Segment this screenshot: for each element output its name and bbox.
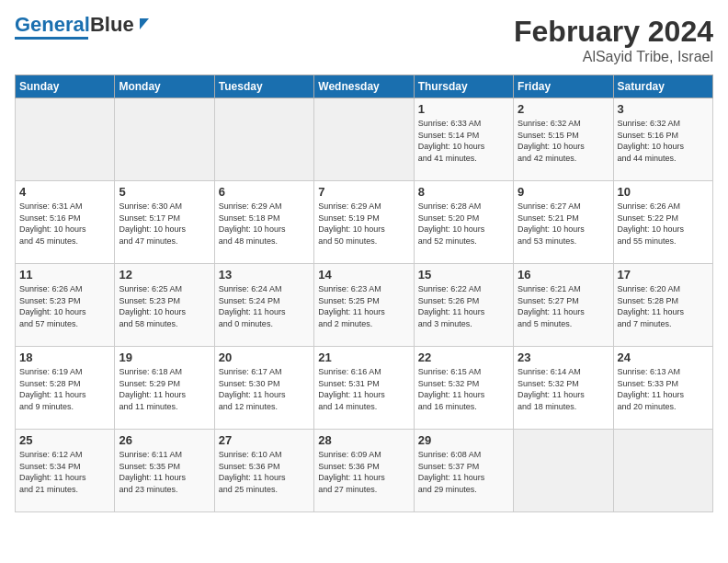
day-info: Sunrise: 6:22 AM Sunset: 5:26 PM Dayligh… xyxy=(418,283,509,329)
day-info: Sunrise: 6:17 AM Sunset: 5:30 PM Dayligh… xyxy=(219,366,310,412)
week-row-1: 1Sunrise: 6:33 AM Sunset: 5:14 PM Daylig… xyxy=(16,98,713,181)
day-cell xyxy=(514,430,613,512)
day-info: Sunrise: 6:27 AM Sunset: 5:21 PM Dayligh… xyxy=(518,201,609,247)
day-cell: 4Sunrise: 6:31 AM Sunset: 5:16 PM Daylig… xyxy=(16,181,115,264)
day-info: Sunrise: 6:32 AM Sunset: 5:15 PM Dayligh… xyxy=(518,118,609,164)
page-header: GeneralBlue February 2024 AlSayid Tribe,… xyxy=(15,15,713,65)
day-number: 16 xyxy=(518,268,609,282)
day-cell: 12Sunrise: 6:25 AM Sunset: 5:23 PM Dayli… xyxy=(115,264,214,347)
day-cell: 1Sunrise: 6:33 AM Sunset: 5:14 PM Daylig… xyxy=(414,98,513,181)
day-cell xyxy=(214,98,313,181)
day-info: Sunrise: 6:25 AM Sunset: 5:23 PM Dayligh… xyxy=(119,283,210,329)
day-number: 27 xyxy=(219,433,310,447)
day-info: Sunrise: 6:31 AM Sunset: 5:16 PM Dayligh… xyxy=(19,201,110,247)
day-number: 28 xyxy=(318,433,409,447)
day-number: 26 xyxy=(119,433,210,447)
day-cell: 25Sunrise: 6:12 AM Sunset: 5:34 PM Dayli… xyxy=(16,430,115,512)
day-cell: 6Sunrise: 6:29 AM Sunset: 5:18 PM Daylig… xyxy=(214,181,313,264)
day-info: Sunrise: 6:10 AM Sunset: 5:36 PM Dayligh… xyxy=(219,449,310,495)
day-info: Sunrise: 6:33 AM Sunset: 5:14 PM Dayligh… xyxy=(418,118,509,164)
day-cell: 20Sunrise: 6:17 AM Sunset: 5:30 PM Dayli… xyxy=(214,347,313,430)
day-number: 29 xyxy=(418,433,509,447)
header-cell-sunday: Sunday xyxy=(16,75,115,98)
day-cell: 27Sunrise: 6:10 AM Sunset: 5:36 PM Dayli… xyxy=(214,430,313,512)
day-cell xyxy=(314,98,414,181)
week-row-5: 25Sunrise: 6:12 AM Sunset: 5:34 PM Dayli… xyxy=(16,430,713,512)
logo-text: GeneralBlue xyxy=(15,15,134,35)
header-cell-monday: Monday xyxy=(115,75,214,98)
header-cell-tuesday: Tuesday xyxy=(214,75,313,98)
day-cell: 7Sunrise: 6:29 AM Sunset: 5:19 PM Daylig… xyxy=(314,181,414,264)
day-cell: 28Sunrise: 6:09 AM Sunset: 5:36 PM Dayli… xyxy=(314,430,414,512)
day-number: 25 xyxy=(19,433,110,447)
day-info: Sunrise: 6:29 AM Sunset: 5:18 PM Dayligh… xyxy=(219,201,310,247)
day-cell: 22Sunrise: 6:15 AM Sunset: 5:32 PM Dayli… xyxy=(414,347,513,430)
day-cell: 24Sunrise: 6:13 AM Sunset: 5:33 PM Dayli… xyxy=(613,347,712,430)
header-cell-saturday: Saturday xyxy=(613,75,712,98)
week-row-2: 4Sunrise: 6:31 AM Sunset: 5:16 PM Daylig… xyxy=(16,181,713,264)
day-cell xyxy=(115,98,214,181)
day-info: Sunrise: 6:16 AM Sunset: 5:31 PM Dayligh… xyxy=(318,366,409,412)
day-cell: 17Sunrise: 6:20 AM Sunset: 5:28 PM Dayli… xyxy=(613,264,712,347)
day-cell: 10Sunrise: 6:26 AM Sunset: 5:22 PM Dayli… xyxy=(613,181,712,264)
day-cell: 15Sunrise: 6:22 AM Sunset: 5:26 PM Dayli… xyxy=(414,264,513,347)
page-title: February 2024 xyxy=(514,15,713,49)
day-number: 11 xyxy=(19,268,110,282)
day-cell: 3Sunrise: 6:32 AM Sunset: 5:16 PM Daylig… xyxy=(613,98,712,181)
day-info: Sunrise: 6:28 AM Sunset: 5:20 PM Dayligh… xyxy=(418,201,509,247)
day-cell: 11Sunrise: 6:26 AM Sunset: 5:23 PM Dayli… xyxy=(16,264,115,347)
day-info: Sunrise: 6:26 AM Sunset: 5:23 PM Dayligh… xyxy=(19,283,110,329)
day-number: 21 xyxy=(318,350,409,364)
title-block: February 2024 AlSayid Tribe, Israel xyxy=(514,15,713,65)
header-cell-friday: Friday xyxy=(514,75,613,98)
day-number: 24 xyxy=(618,350,709,364)
day-cell: 14Sunrise: 6:23 AM Sunset: 5:25 PM Dayli… xyxy=(314,264,414,347)
day-number: 18 xyxy=(19,350,110,364)
day-cell: 13Sunrise: 6:24 AM Sunset: 5:24 PM Dayli… xyxy=(214,264,313,347)
header-cell-thursday: Thursday xyxy=(414,75,513,98)
day-cell: 26Sunrise: 6:11 AM Sunset: 5:35 PM Dayli… xyxy=(115,430,214,512)
day-cell: 18Sunrise: 6:19 AM Sunset: 5:28 PM Dayli… xyxy=(16,347,115,430)
day-number: 6 xyxy=(219,185,310,199)
day-number: 22 xyxy=(418,350,509,364)
day-info: Sunrise: 6:29 AM Sunset: 5:19 PM Dayligh… xyxy=(318,201,409,247)
day-number: 15 xyxy=(418,268,509,282)
day-info: Sunrise: 6:19 AM Sunset: 5:28 PM Dayligh… xyxy=(19,366,110,412)
day-number: 7 xyxy=(318,185,409,199)
day-number: 17 xyxy=(618,268,709,282)
day-cell: 2Sunrise: 6:32 AM Sunset: 5:15 PM Daylig… xyxy=(514,98,613,181)
week-row-4: 18Sunrise: 6:19 AM Sunset: 5:28 PM Dayli… xyxy=(16,347,713,430)
day-cell: 8Sunrise: 6:28 AM Sunset: 5:20 PM Daylig… xyxy=(414,181,513,264)
day-number: 8 xyxy=(418,185,509,199)
svg-marker-0 xyxy=(140,18,149,29)
day-number: 3 xyxy=(618,102,709,116)
day-cell: 16Sunrise: 6:21 AM Sunset: 5:27 PM Dayli… xyxy=(514,264,613,347)
day-info: Sunrise: 6:21 AM Sunset: 5:27 PM Dayligh… xyxy=(518,283,609,329)
day-number: 1 xyxy=(418,102,509,116)
day-info: Sunrise: 6:24 AM Sunset: 5:24 PM Dayligh… xyxy=(219,283,310,329)
day-info: Sunrise: 6:26 AM Sunset: 5:22 PM Dayligh… xyxy=(618,201,709,247)
day-cell: 5Sunrise: 6:30 AM Sunset: 5:17 PM Daylig… xyxy=(115,181,214,264)
day-number: 14 xyxy=(318,268,409,282)
day-cell: 29Sunrise: 6:08 AM Sunset: 5:37 PM Dayli… xyxy=(414,430,513,512)
day-number: 4 xyxy=(19,185,110,199)
calendar-header-row: SundayMondayTuesdayWednesdayThursdayFrid… xyxy=(16,75,713,98)
day-number: 19 xyxy=(119,350,210,364)
day-cell xyxy=(613,430,712,512)
day-info: Sunrise: 6:13 AM Sunset: 5:33 PM Dayligh… xyxy=(618,366,709,412)
day-cell: 23Sunrise: 6:14 AM Sunset: 5:32 PM Dayli… xyxy=(514,347,613,430)
page-subtitle: AlSayid Tribe, Israel xyxy=(514,49,713,65)
day-number: 10 xyxy=(618,185,709,199)
day-info: Sunrise: 6:09 AM Sunset: 5:36 PM Dayligh… xyxy=(318,449,409,495)
logo-arrow-icon xyxy=(136,15,153,31)
day-number: 9 xyxy=(518,185,609,199)
day-number: 13 xyxy=(219,268,310,282)
calendar-table: SundayMondayTuesdayWednesdayThursdayFrid… xyxy=(15,75,713,512)
day-cell: 21Sunrise: 6:16 AM Sunset: 5:31 PM Dayli… xyxy=(314,347,414,430)
week-row-3: 11Sunrise: 6:26 AM Sunset: 5:23 PM Dayli… xyxy=(16,264,713,347)
logo: GeneralBlue xyxy=(15,15,153,40)
day-info: Sunrise: 6:18 AM Sunset: 5:29 PM Dayligh… xyxy=(119,366,210,412)
day-info: Sunrise: 6:23 AM Sunset: 5:25 PM Dayligh… xyxy=(318,283,409,329)
day-number: 23 xyxy=(518,350,609,364)
day-cell: 19Sunrise: 6:18 AM Sunset: 5:29 PM Dayli… xyxy=(115,347,214,430)
